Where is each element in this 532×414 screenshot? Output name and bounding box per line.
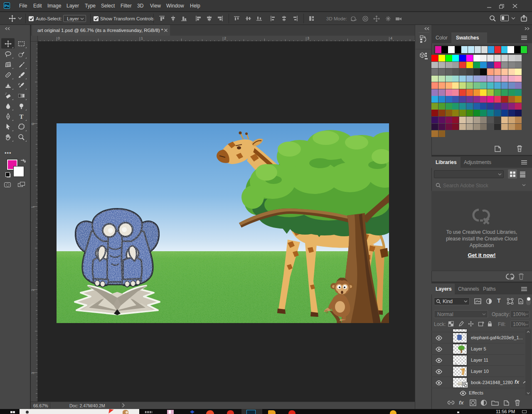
- svg-text:2: 2: [224, 36, 226, 40]
- svg-text:0: 0: [31, 123, 35, 125]
- svg-text:3: 3: [307, 36, 309, 40]
- svg-text:T: T: [19, 113, 23, 120]
- svg-text:0: 0: [58, 36, 60, 40]
- svg-text:1: 1: [141, 36, 143, 40]
- svg-text:2: 2: [31, 289, 35, 291]
- svg-text:4: 4: [390, 36, 392, 40]
- svg-text:3: 3: [31, 372, 35, 374]
- svg-text:1: 1: [31, 206, 35, 208]
